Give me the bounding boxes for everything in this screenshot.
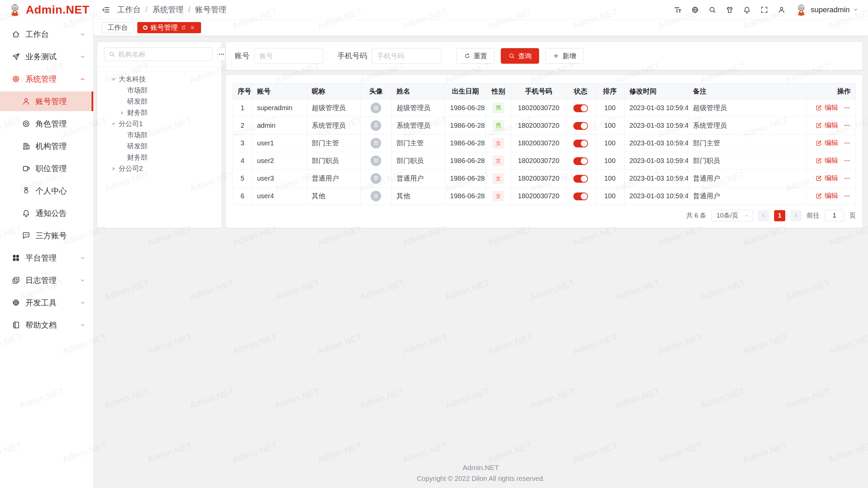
menu-fold-icon[interactable] — [102, 5, 111, 14]
org-search-input[interactable] — [118, 50, 208, 58]
org-search-box — [104, 47, 213, 61]
tree-node[interactable]: 分公司2 — [100, 163, 219, 174]
tree-node[interactable]: 大名科技 — [100, 74, 219, 85]
sidebar-item-label: 系统管理 — [25, 74, 79, 84]
cell-avatar: 部 — [360, 152, 392, 170]
reset-button[interactable]: 重置 — [456, 48, 495, 64]
cell-remark: 普通用户 — [688, 170, 806, 187]
tree-node[interactable]: 市场部 — [100, 129, 219, 141]
cell-remark: 普通用户 — [688, 187, 806, 205]
chevron-down-icon — [79, 322, 86, 328]
status-toggle[interactable] — [573, 192, 588, 200]
edit-button[interactable]: 编辑 — [815, 121, 838, 130]
search-icon[interactable] — [708, 6, 716, 14]
goto-page-input[interactable] — [825, 210, 844, 221]
tree-node[interactable]: 财务部 — [100, 152, 219, 163]
tree-caret-icon[interactable] — [110, 76, 117, 83]
cell-modified-time: 2023-01-03 10:59:44 — [625, 170, 688, 187]
user-outline-icon[interactable] — [777, 6, 786, 14]
breadcrumb-item[interactable]: 系统管理 — [152, 4, 183, 15]
row-more-button[interactable] — [843, 139, 851, 147]
toggle-knob — [581, 123, 587, 129]
edit-button[interactable]: 编辑 — [815, 138, 838, 147]
cell-account: user4 — [252, 187, 307, 205]
prev-page-button[interactable] — [758, 210, 769, 221]
tree-caret-icon[interactable] — [110, 121, 117, 127]
add-button[interactable]: 新增 — [545, 48, 584, 64]
page-size-select[interactable]: 10条/页 — [711, 210, 753, 221]
row-more-button[interactable] — [843, 104, 851, 111]
tab-refresh-icon[interactable] — [181, 25, 186, 30]
row-actions: 编辑 — [815, 191, 851, 200]
tree-node[interactable]: 财务部 — [100, 107, 219, 118]
tree-node[interactable]: 研发部 — [100, 141, 219, 152]
table-row: 4user2部门职员部部门职员1986-06-28女18020030720100… — [233, 152, 856, 170]
phone-input[interactable] — [372, 48, 441, 64]
theme-tshirt-icon[interactable] — [726, 6, 734, 14]
edit-button[interactable]: 编辑 — [815, 156, 838, 165]
page-number-1[interactable]: 1 — [774, 210, 785, 221]
sidebar-item-platform-management[interactable]: 平台管理 — [0, 248, 93, 268]
language-globe-icon[interactable] — [691, 6, 699, 14]
row-more-button[interactable] — [843, 175, 851, 182]
breadcrumb-item[interactable]: 账号管理 — [195, 4, 226, 15]
status-toggle[interactable] — [573, 157, 588, 165]
column-header: 排序 — [595, 83, 625, 99]
user-menu[interactable]: superadmin — [795, 3, 859, 16]
edit-button[interactable]: 编辑 — [815, 174, 838, 183]
sidebar-item-workbench[interactable]: 工作台 — [0, 24, 93, 44]
sidebar-item-system-management[interactable]: 系统管理 — [0, 69, 93, 89]
notification-bell-icon[interactable] — [743, 6, 751, 14]
sidebar-item-dev-tools[interactable]: 开发工具 — [0, 293, 93, 312]
tree-node[interactable]: 研发部 — [100, 96, 219, 107]
tree-caret-icon[interactable] — [110, 165, 117, 172]
cell-gender: 女 — [486, 152, 511, 170]
row-more-button[interactable] — [843, 157, 851, 164]
fullscreen-icon[interactable] — [760, 6, 768, 14]
sidebar-item-org-management[interactable]: 机构管理 — [0, 136, 93, 156]
next-page-button[interactable] — [790, 210, 802, 221]
query-button[interactable]: 查询 — [501, 48, 539, 64]
breadcrumb-item[interactable]: 工作台 — [117, 4, 141, 15]
cell-modified-time: 2023-01-03 10:59:44 — [625, 135, 688, 152]
sidebar-item-account-management[interactable]: 账号管理 — [0, 92, 93, 111]
tree-node[interactable]: 市场部 — [100, 85, 219, 96]
tree-more-button[interactable] — [217, 47, 225, 61]
cell-birth-date: 1986-06-28 — [445, 135, 486, 152]
status-toggle[interactable] — [573, 122, 588, 130]
status-toggle[interactable] — [573, 104, 588, 112]
sidebar-item-business-test[interactable]: 业务测试 — [0, 47, 93, 66]
font-size-icon[interactable] — [674, 6, 682, 14]
status-toggle[interactable] — [573, 175, 588, 183]
status-toggle[interactable] — [573, 140, 588, 147]
sidebar-item-role-management[interactable]: 角色管理 — [0, 114, 93, 134]
cell-status — [566, 170, 595, 187]
app-root: Admin.NET 工作台业务测试系统管理账号管理角色管理机构管理职位管理个人中… — [0, 0, 868, 488]
column-header: 姓名 — [392, 83, 445, 99]
tab-account-management[interactable]: 账号管理 — [137, 22, 201, 33]
tree-caret-icon[interactable] — [119, 109, 125, 116]
row-more-button[interactable] — [843, 122, 851, 129]
tab-bar: 工作台账号管理 — [94, 20, 868, 36]
row-more-button[interactable] — [843, 192, 851, 200]
account-input[interactable] — [254, 48, 324, 64]
sidebar-item-position-management[interactable]: 职位管理 — [0, 159, 93, 178]
tab-active-dot-icon — [143, 25, 147, 30]
sidebar-item-third-party-account[interactable]: 三方账号 — [0, 226, 93, 245]
mug-icon — [22, 164, 31, 173]
cell-sort: 100 — [595, 99, 625, 117]
tab-close-icon[interactable] — [190, 25, 195, 30]
tab-workbench[interactable]: 工作台 — [102, 22, 134, 33]
chevron-down-icon — [79, 255, 86, 261]
toggle-knob — [581, 158, 587, 164]
cell-sort: 100 — [595, 152, 625, 170]
send-icon — [12, 52, 20, 61]
sidebar-item-notice-announcement[interactable]: 通知公告 — [0, 203, 93, 223]
sidebar-item-profile-center[interactable]: 个人中心 — [0, 181, 93, 201]
tree-node[interactable]: 分公司1 — [100, 118, 219, 129]
breadcrumb: 工作台/系统管理/账号管理 — [117, 4, 226, 15]
sidebar-item-help-docs[interactable]: 帮助文档 — [0, 315, 93, 335]
sidebar-item-log-management[interactable]: 日志管理 — [0, 270, 93, 290]
edit-button[interactable]: 编辑 — [815, 103, 838, 112]
edit-button[interactable]: 编辑 — [815, 191, 838, 200]
